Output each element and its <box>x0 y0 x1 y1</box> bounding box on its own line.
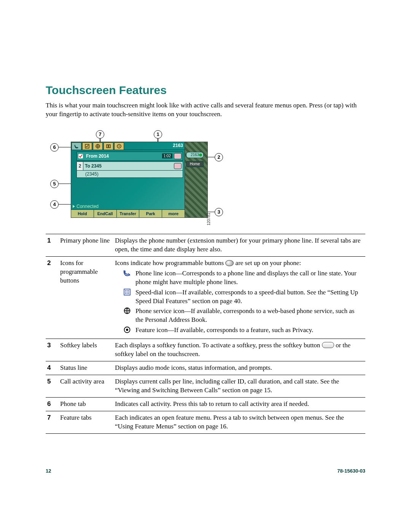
phone-line-icon <box>123 269 132 277</box>
softkey-bar: Hold EndCall Transfer Park more <box>71 209 185 217</box>
table-row: 2 Icons for programmable buttons Icons i… <box>46 256 365 339</box>
row-num: 3 <box>46 339 59 361</box>
callout-4: 4 <box>50 200 59 209</box>
row-name: Phone tab <box>59 397 113 411</box>
softkey-button-icon <box>322 342 334 348</box>
row-name: Feature tabs <box>59 411 113 433</box>
callout-6: 6 <box>50 143 59 152</box>
phone-screen: ? 2163 2163 Home From 2014 1:02 2 To 234… <box>71 142 185 218</box>
icon-desc: Speed-dial icon—If available, correspond… <box>135 288 362 306</box>
document-id: 78-15630-03 <box>337 468 365 474</box>
row-desc: Indicates call activity. Press this tab … <box>113 397 365 411</box>
softkey-hold[interactable]: Hold <box>71 210 94 217</box>
play-icon <box>73 205 75 208</box>
row-desc: Each displays a softkey function. To act… <box>113 339 365 361</box>
svg-point-9 <box>125 291 126 292</box>
svg-point-6 <box>125 290 126 291</box>
check-icon <box>78 153 83 159</box>
handset-icon <box>174 153 182 159</box>
table-row: 1 Primary phone line Displays the phone … <box>46 234 365 256</box>
svg-point-12 <box>125 293 126 294</box>
softkey-endcall[interactable]: EndCall <box>94 210 117 217</box>
row-name: Softkey labels <box>59 339 113 361</box>
page-footer: 12 78-15630-03 <box>46 468 365 474</box>
icon-desc: Phone line icon—Corresponds to a phone l… <box>135 269 362 287</box>
callout-7: 7 <box>96 130 104 139</box>
row-desc: Displays the phone number (extension num… <box>113 234 365 256</box>
row-desc: Displays audio mode icons, status inform… <box>113 361 365 375</box>
intro-paragraph: This is what your main touchscreen might… <box>46 101 365 119</box>
speed-dial-icon <box>123 288 132 296</box>
callout-3: 3 <box>215 208 223 216</box>
phone-tab[interactable] <box>72 142 81 150</box>
softkey-park[interactable]: Park <box>139 210 162 217</box>
touchscreen-figure: 1 2 3 4 5 6 7 <box>48 130 246 225</box>
svg-point-8 <box>128 290 129 291</box>
row-name: Icons for programmable buttons <box>59 256 113 339</box>
svg-point-7 <box>127 290 127 291</box>
page-number: 12 <box>46 468 51 474</box>
feature-tab-1[interactable] <box>82 142 92 150</box>
table-row: 4 Status line Displays audio mode icons,… <box>46 361 365 375</box>
feature-tab-2[interactable] <box>93 142 103 150</box>
call-row-2-sub: (2345) <box>76 171 183 178</box>
figure-id: 120781 <box>207 213 211 225</box>
table-row: 7 Feature tabs Each indicates an open fe… <box>46 411 365 433</box>
svg-text:?: ? <box>118 145 120 148</box>
row-num: 2 <box>46 256 59 339</box>
icon-desc: Phone service icon—If available, corresp… <box>135 307 362 324</box>
call-row-1[interactable]: From 2014 1:02 <box>76 152 183 161</box>
feature-tab-3[interactable] <box>104 142 113 150</box>
table-row: 6 Phone tab Indicates call activity. Pre… <box>46 397 365 411</box>
programmable-button-icon <box>225 260 234 266</box>
call-row-1-text: From 2014 <box>84 153 162 159</box>
primary-extension: 2163 <box>173 143 183 148</box>
call-row-2-index: 2 <box>77 162 83 170</box>
svg-point-17 <box>126 329 128 331</box>
call-row-1-duration: 1:02 <box>162 153 172 158</box>
feature-tab-4[interactable]: ? <box>114 142 124 150</box>
features-table: 1 Primary phone line Displays the phone … <box>46 234 365 434</box>
status-text: Connected <box>76 204 99 209</box>
callout-5: 5 <box>50 180 59 188</box>
softkey-transfer[interactable]: Transfer <box>117 210 140 217</box>
table-row: 3 Softkey labels Each displays a softkey… <box>46 339 365 361</box>
row-name: Status line <box>59 361 113 375</box>
feature-icon <box>123 326 132 334</box>
row-num: 4 <box>46 361 59 375</box>
page-title: Touchscreen Features <box>46 84 365 97</box>
callout-2: 2 <box>215 153 223 161</box>
svg-point-10 <box>127 291 127 292</box>
feature-tabs-row: ? <box>71 142 185 150</box>
line-button-1[interactable]: 2163 <box>186 152 204 158</box>
svg-point-13 <box>127 293 127 294</box>
call-row-2-text: To 2345 <box>83 163 174 169</box>
row-desc: Each indicates an open feature menu. Pre… <box>113 411 365 433</box>
row-num: 7 <box>46 411 59 433</box>
row-name: Primary phone line <box>59 234 113 256</box>
row-name: Call activity area <box>59 375 113 398</box>
line-button-home[interactable]: Home <box>186 161 204 167</box>
call-row-2[interactable]: 2 To 2345 <box>76 161 183 171</box>
icon-desc: Feature icon—If available, corresponds t… <box>135 326 313 335</box>
globe-icon <box>123 307 132 315</box>
row-desc: Displays current calls per line, includi… <box>113 375 365 398</box>
call-activity-area: From 2014 1:02 2 To 2345 (2345) <box>76 152 183 178</box>
row-num: 6 <box>46 397 59 411</box>
table-row: 5 Call activity area Displays current ca… <box>46 375 365 398</box>
svg-point-11 <box>128 291 129 292</box>
softkey-more[interactable]: more <box>162 210 185 217</box>
row-desc: Icons indicate how programmable buttons … <box>113 256 365 339</box>
status-line: Connected <box>73 204 99 209</box>
row-num: 1 <box>46 234 59 256</box>
svg-point-14 <box>128 293 129 294</box>
handset-icon <box>174 163 182 169</box>
row-num: 5 <box>46 375 59 398</box>
callout-1: 1 <box>154 130 162 139</box>
